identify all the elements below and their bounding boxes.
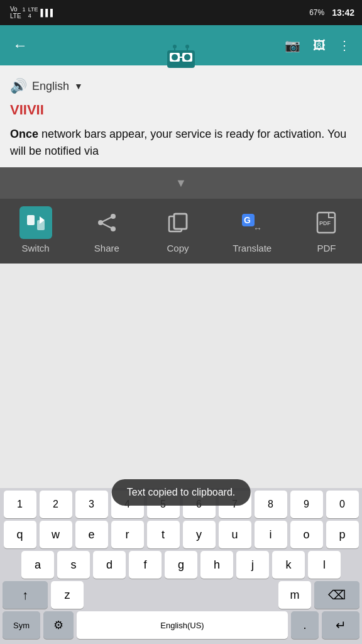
more-options-button[interactable]: ⋮ [334,34,354,57]
camera-button[interactable]: 📷 [281,34,304,57]
translate-button[interactable]: G ↔ Translate [233,206,272,253]
space-key[interactable]: English(US) [77,611,288,639]
key-q[interactable]: q [4,521,36,548]
sym-key[interactable]: Sym [3,611,40,639]
enter-key[interactable]: ↵ [322,611,359,639]
keyboard-row-qwerty: q w e r t y u i o p [0,518,362,548]
collapse-icon[interactable]: ▼ [175,177,187,190]
keyboard: 1 2 3 4 5 6 7 8 9 0 q w e r t y u i o p … [0,488,362,644]
language-selector[interactable]: 🔊 English ▼ [10,78,352,94]
translate-icon: G ↔ [236,206,268,239]
key-m[interactable]: m [278,581,311,609]
translate-label: Translate [233,243,272,253]
toast-message: Text copied to clipboard. [112,479,251,506]
image-button[interactable]: 🖼 [309,35,329,57]
book-code: VIIVII [10,102,352,118]
key-w[interactable]: w [40,521,72,548]
key-1[interactable]: 1 [4,491,36,518]
copy-button[interactable]: Copy [162,206,194,253]
clock: 13:42 [332,8,354,18]
lte-indicator: 1 [23,6,26,19]
keyboard-row-bottom: Sym ⚙ English(US) . ↵ [0,609,362,644]
key-z[interactable]: z [51,581,84,609]
battery-indicator: 67% [309,8,324,17]
key-l[interactable]: l [308,551,341,579]
lte2-indicator: LTE4 [28,6,38,19]
dropdown-arrow-icon: ▼ [74,81,83,91]
svg-point-7 [185,45,189,48]
key-g[interactable]: g [165,551,197,579]
svg-point-6 [173,45,177,48]
key-0[interactable]: 0 [326,491,359,518]
signal-bars: ▌▌▌ [40,9,55,16]
back-button[interactable]: ← [8,31,33,59]
app-bar-actions: 📷 🖼 ⋮ [281,34,354,57]
shift-key[interactable]: ↑ [3,581,48,609]
app-logo [162,39,200,73]
key-k[interactable]: k [272,551,305,579]
svg-line-16 [101,216,113,223]
svg-text:↔: ↔ [253,223,262,233]
key-i[interactable]: i [255,521,287,548]
key-9[interactable]: 9 [290,491,323,518]
action-bar: Switch Share Copy [0,199,362,264]
svg-point-13 [111,214,116,219]
key-p[interactable]: p [326,521,359,548]
copy-icon [162,206,194,239]
share-label: Share [94,243,119,253]
key-j[interactable]: j [236,551,269,579]
key-2[interactable]: 2 [40,491,72,518]
key-e[interactable]: e [75,521,108,548]
network-indicator: VoLTE [10,6,21,19]
share-icon [90,206,123,239]
key-a[interactable]: a [21,551,54,579]
key-8[interactable]: 8 [255,491,287,518]
svg-text:PDF: PDF [319,220,331,226]
key-y[interactable]: y [183,521,216,548]
key-r[interactable]: r [111,521,144,548]
settings-key[interactable]: ⚙ [43,611,74,639]
svg-rect-10 [27,215,35,225]
key-3[interactable]: 3 [75,491,108,518]
pdf-label: PDF [317,243,336,253]
key-t[interactable]: t [147,521,180,548]
language-label: English [32,80,69,93]
toast-placeholder [87,581,275,609]
switch-label: Switch [22,243,50,253]
key-h[interactable]: h [200,551,233,579]
keyboard-row-asdf: a s d f g h j k l [0,548,362,579]
svg-line-17 [101,223,113,229]
switch-icon [19,206,52,239]
toolbar-area: ▼ [0,167,362,199]
key-d[interactable]: d [93,551,126,579]
backspace-key[interactable]: ⌫ [314,581,359,609]
copy-label: Copy [167,243,189,253]
pdf-button[interactable]: PDF PDF [310,206,343,253]
content-area: 🔊 English ▼ VIIVII Once network bars app… [0,65,362,167]
svg-text:G: G [244,215,251,225]
svg-point-4 [184,54,190,60]
main-text: Once network bars appear, your service i… [10,126,352,160]
switch-button[interactable]: Switch [19,206,52,253]
period-key[interactable]: . [291,611,319,639]
svg-point-3 [172,54,178,60]
svg-rect-19 [174,214,187,229]
share-button[interactable]: Share [90,206,123,253]
speaker-icon: 🔊 [10,78,27,94]
key-s[interactable]: s [57,551,90,579]
key-o[interactable]: o [290,521,323,548]
key-f[interactable]: f [129,551,162,579]
status-bar: VoLTE 1 LTE4 ▌▌▌ 67% 13:42 [0,0,362,25]
key-u[interactable]: u [219,521,251,548]
pdf-icon: PDF [310,206,343,239]
app-bar: ← 📷 🖼 ⋮ [0,25,362,65]
keyboard-row-zxcv: ↑ z m ⌫ [0,579,362,609]
